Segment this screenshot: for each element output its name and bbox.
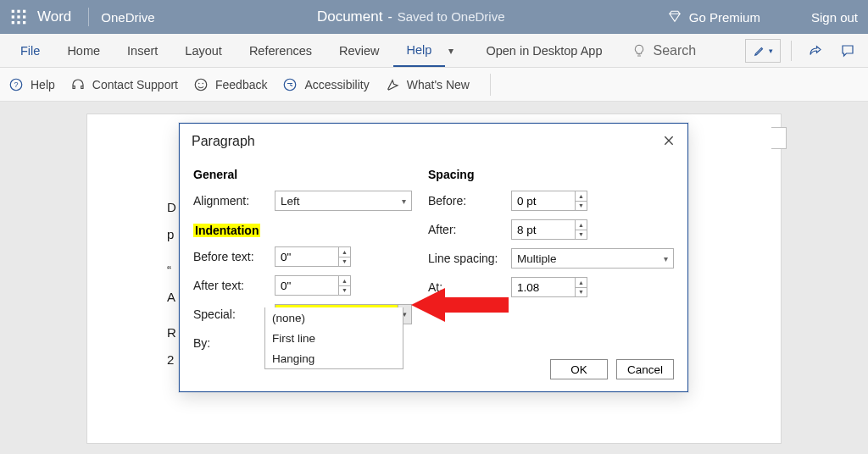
svg-rect-5 <box>23 15 25 18</box>
feedback-button[interactable]: Feedback <box>193 77 267 92</box>
svg-text:?: ? <box>14 80 18 89</box>
smiley-icon <box>193 77 209 92</box>
tab-layout[interactable]: Layout <box>171 35 236 67</box>
svg-rect-1 <box>17 10 19 13</box>
svg-point-12 <box>198 82 200 84</box>
tab-file[interactable]: File <box>7 35 53 67</box>
document-name[interactable]: Document <box>317 8 382 25</box>
comments-button[interactable] <box>834 39 861 63</box>
app-name[interactable]: Word <box>37 8 71 25</box>
special-option-firstline[interactable]: First line <box>265 328 403 348</box>
share-button[interactable] <box>802 39 829 63</box>
document-text-snippet: D p “ A R 2 <box>167 194 176 374</box>
spin-down-icon[interactable]: ▼ <box>575 230 587 240</box>
spin-up-icon[interactable]: ▲ <box>575 220 587 230</box>
chevron-down-icon: ▾ <box>664 254 668 263</box>
spacing-column: Spacing Before: 0 pt ▲▼ After: 8 pt ▲▼ L… <box>428 163 674 361</box>
title-bar: Word OneDrive Document - Saved to OneDri… <box>0 0 868 34</box>
sparkle-icon <box>385 77 400 92</box>
sign-out-link[interactable]: Sign out <box>811 10 858 25</box>
contact-support-label: Contact Support <box>92 78 178 91</box>
at-spinner[interactable]: 1.08 ▲▼ <box>511 277 587 297</box>
spin-up-icon[interactable]: ▲ <box>338 247 350 257</box>
svg-point-13 <box>202 82 203 84</box>
spin-down-icon[interactable]: ▼ <box>575 288 587 297</box>
alignment-label: Alignment: <box>193 194 275 208</box>
go-premium-button[interactable]: Go Premium <box>667 9 760 25</box>
search-label: Search <box>653 43 696 58</box>
after-text-value: 0" <box>281 280 291 292</box>
separator <box>791 41 792 61</box>
titlebar-divider <box>88 8 89 26</box>
line-spacing-label: Line spacing: <box>428 252 511 265</box>
line-spacing-select[interactable]: Multiple ▾ <box>511 248 674 269</box>
dialog-title: Paragraph <box>192 134 255 149</box>
accessibility-label: Accessibility <box>304 78 369 91</box>
tab-help[interactable]: Help <box>393 35 446 67</box>
paragraph-dialog: Paragraph General Alignment: Left ▾ Inde… <box>179 123 688 392</box>
spin-down-icon[interactable]: ▼ <box>575 202 587 211</box>
general-heading: General <box>193 168 415 181</box>
spacing-after-value: 8 pt <box>517 224 537 236</box>
open-in-desktop-button[interactable]: Open in Desktop App <box>472 35 615 67</box>
before-text-spinner[interactable]: 0" ▲▼ <box>275 246 351 267</box>
svg-rect-7 <box>17 21 19 24</box>
alignment-select[interactable]: Left ▾ <box>275 191 412 211</box>
comment-icon <box>840 43 855 58</box>
spin-down-icon[interactable]: ▼ <box>338 257 350 267</box>
ribbon-tabs: File Home Insert Layout References Revie… <box>0 34 868 68</box>
tab-insert[interactable]: Insert <box>114 35 171 67</box>
special-label: Special: <box>193 307 275 321</box>
svg-rect-0 <box>12 10 14 13</box>
spacing-before-spinner[interactable]: 0 pt ▲▼ <box>511 191 587 211</box>
cancel-button[interactable]: Cancel <box>616 359 674 379</box>
search-box[interactable]: Search <box>632 43 696 58</box>
after-text-spinner[interactable]: 0" ▲▼ <box>275 275 351 296</box>
save-status: Saved to OneDrive <box>398 9 505 24</box>
indentation-heading: Indentation <box>193 224 260 237</box>
before-text-value: 0" <box>281 251 291 263</box>
chevron-down-icon[interactable]: ▾ <box>448 45 453 57</box>
pencil-icon <box>754 45 765 57</box>
whats-new-button[interactable]: What's New <box>385 77 470 92</box>
red-arrow-annotation <box>411 284 513 326</box>
ok-button[interactable]: OK <box>550 359 608 379</box>
spacing-before-value: 0 pt <box>517 195 537 208</box>
special-option-none[interactable]: (none) <box>265 307 403 328</box>
ruler-handle[interactable] <box>771 127 787 149</box>
accessibility-button[interactable]: Accessibility <box>282 77 369 92</box>
close-icon <box>662 134 676 147</box>
spin-up-icon[interactable]: ▲ <box>338 276 350 286</box>
tab-references[interactable]: References <box>236 35 326 67</box>
headset-icon <box>70 77 86 92</box>
contact-support-button[interactable]: Contact Support <box>70 77 178 92</box>
tab-home[interactable]: Home <box>53 35 114 67</box>
spin-up-icon[interactable]: ▲ <box>575 278 587 288</box>
dash: - <box>387 9 392 25</box>
alignment-value: Left <box>281 195 300 208</box>
app-launcher-icon[interactable] <box>10 8 27 25</box>
spin-up-icon[interactable]: ▲ <box>575 191 587 202</box>
chevron-down-icon: ▾ <box>769 47 773 55</box>
svg-rect-3 <box>12 15 14 18</box>
svg-point-11 <box>195 79 207 91</box>
spacing-after-label: After: <box>428 223 511 236</box>
special-option-hanging[interactable]: Hanging <box>265 348 403 368</box>
help-button[interactable]: ? Help <box>8 77 55 92</box>
lightbulb-icon <box>632 44 646 58</box>
whats-new-label: What's New <box>407 78 470 91</box>
storage-location[interactable]: OneDrive <box>101 10 154 25</box>
spin-down-icon[interactable]: ▼ <box>338 286 350 296</box>
editing-mode-button[interactable]: ▾ <box>745 39 781 63</box>
line-spacing-value: Multiple <box>517 252 557 265</box>
svg-rect-8 <box>23 21 25 24</box>
spacing-after-spinner[interactable]: 8 pt ▲▼ <box>511 219 587 240</box>
before-text-label: Before text: <box>193 250 275 263</box>
go-premium-label: Go Premium <box>689 10 760 25</box>
diamond-icon <box>667 9 682 25</box>
close-button[interactable] <box>662 132 676 151</box>
spacing-before-label: Before: <box>428 194 511 208</box>
at-value: 1.08 <box>517 281 539 294</box>
svg-rect-6 <box>12 21 14 24</box>
tab-review[interactable]: Review <box>326 35 393 67</box>
